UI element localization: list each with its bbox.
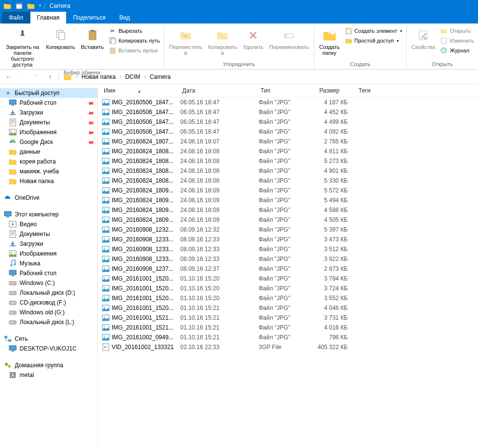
file-row[interactable]: IMG_20161001_1520...01.10.16 15:20Файл "… <box>98 293 478 303</box>
properties-button[interactable]: Свойства <box>409 26 437 51</box>
history-button[interactable]: Журнал <box>439 46 475 55</box>
nav-item[interactable]: Документы <box>0 229 97 239</box>
edit-button[interactable]: Изменить <box>439 36 475 45</box>
rename-button[interactable]: Переименовать <box>267 26 311 51</box>
newitem-button[interactable]: Создать элемент▾ <box>344 26 404 35</box>
cut-button[interactable]: ✂Вырезать <box>108 26 161 35</box>
nav-item[interactable]: Музыка <box>0 259 97 268</box>
nav-quick-label: Быстрый доступ <box>15 90 59 96</box>
image-file-icon <box>102 255 110 263</box>
chevron-right-icon[interactable]: › <box>144 74 145 79</box>
copyto-button[interactable]: Копировать в <box>206 26 239 57</box>
file-type: Файл "JPG" <box>259 109 317 116</box>
col-size[interactable]: Размер <box>317 86 357 95</box>
back-button[interactable]: ← <box>4 72 14 82</box>
file-row[interactable]: IMG_20160506_1847...06.05.16 18:47Файл "… <box>98 117 478 127</box>
file-row[interactable]: IMG_20160824_1809...24.08.16 18:09Файл "… <box>98 205 478 215</box>
file-row[interactable]: IMG_20160824_1808...24.08.16 18:08Файл "… <box>98 176 478 186</box>
file-row[interactable]: IMG_20160824_1808...24.08.16 18:08Файл "… <box>98 146 478 156</box>
chevron-right-icon[interactable]: › <box>76 74 77 79</box>
tab-share[interactable]: Поделиться <box>66 12 112 24</box>
file-row[interactable]: IMG_20160908_1237...08.09.16 12:37Файл "… <box>98 264 478 274</box>
nav-item[interactable]: Локальный диск (D:) <box>0 288 97 298</box>
nav-network[interactable]: Сеть <box>0 334 97 344</box>
nav-item[interactable]: DESKTOP-VUKOJ1C <box>0 344 97 354</box>
paste-button[interactable]: Вставить <box>79 26 106 51</box>
file-row[interactable]: IMG_20161001_1520...01.10.16 15:20Файл "… <box>98 283 478 293</box>
nav-item[interactable]: Ametal <box>0 370 97 380</box>
nav-item[interactable]: Новая папка <box>0 176 97 186</box>
file-row[interactable]: IMG_20161002_0949...01.10.16 15:21Файл "… <box>98 332 478 342</box>
file-row[interactable]: VID_20161002_13332102.10.16 22:333GP Fil… <box>98 342 478 352</box>
file-row[interactable]: IMG_20161001_1520...01.10.16 15:20Файл "… <box>98 274 478 283</box>
file-row[interactable]: IMG_20160908_1233...08.09.16 12:33Файл "… <box>98 235 478 244</box>
easyaccess-button[interactable]: Простой доступ▾ <box>344 36 404 45</box>
forward-button[interactable]: → <box>18 72 27 82</box>
new-folder-qat-icon[interactable] <box>25 1 36 10</box>
file-row[interactable]: IMG_20160824_1809...24.08.16 18:09Файл "… <box>98 186 478 195</box>
file-row[interactable]: IMG_20160908_1233...08.09.16 12:33Файл "… <box>98 244 478 254</box>
tab-home[interactable]: Главная <box>30 12 67 24</box>
nav-item[interactable]: Документы📌 <box>0 118 97 127</box>
crumb-2[interactable]: Camera <box>150 73 171 80</box>
copy-button[interactable]: Копировать <box>44 26 77 51</box>
col-name[interactable]: Имя▲ <box>102 86 180 95</box>
file-row[interactable]: IMG_20160824_1809...24.08.16 18:09Файл "… <box>98 195 478 205</box>
moveto-button[interactable]: Переместить в <box>167 26 204 57</box>
file-row[interactable]: IMG_20160824_1807...24.08.16 18:07Файл "… <box>98 137 478 146</box>
qat-dropdown-icon[interactable]: ▼ <box>38 3 42 8</box>
nav-item[interactable]: Windows (C:) <box>0 278 97 288</box>
nav-item[interactable]: CD-дисковод (F:) <box>0 298 97 307</box>
nav-item[interactable]: Windows old (G:) <box>0 307 97 317</box>
nav-onedrive[interactable]: OneDrive <box>0 193 97 203</box>
file-row[interactable]: IMG_20161001_1520...01.10.16 15:21Файл "… <box>98 303 478 313</box>
nav-item[interactable]: Рабочий стол <box>0 268 97 278</box>
folder-icon[interactable] <box>2 1 13 10</box>
properties-qat-icon[interactable] <box>14 1 24 10</box>
nav-item[interactable]: макияж. учеба <box>0 166 97 176</box>
pastelink-button[interactable]: Вставить ярлык <box>108 46 161 55</box>
nav-homegroup[interactable]: Домашняя группа <box>0 360 97 370</box>
file-row[interactable]: IMG_20160506_1847...06.05.16 18:47Файл "… <box>98 107 478 117</box>
file-size: 4 588 КБ <box>317 207 357 213</box>
col-date[interactable]: Дата <box>180 86 259 95</box>
file-row[interactable]: IMG_20160908_1232...08.09.16 12:32Файл "… <box>98 225 478 235</box>
file-row[interactable]: IMG_20161001_1521...01.10.16 15:21Файл "… <box>98 323 478 332</box>
nav-item[interactable]: корея работа <box>0 157 97 166</box>
col-tags[interactable]: Теги <box>357 86 386 95</box>
nav-item[interactable]: Изображения <box>0 249 97 259</box>
crumb-1[interactable]: DCIM <box>125 73 141 80</box>
folder-icon[interactable] <box>63 72 72 81</box>
file-row[interactable]: IMG_20160824_1809...24.08.16 18:09Файл "… <box>98 215 478 225</box>
newfolder-button[interactable]: Создать папку <box>317 26 342 57</box>
col-type[interactable]: Тип <box>259 86 317 95</box>
pin-button[interactable]: Закрепить на панели быстрого доступа <box>3 26 42 69</box>
nav-thispc[interactable]: Этот компьютер <box>0 210 97 219</box>
up-button[interactable]: ↑ <box>45 72 55 82</box>
file-row[interactable]: IMG_20160908_1233...08.09.16 12:33Файл "… <box>98 254 478 264</box>
nav-item[interactable]: Рабочий стол📌 <box>0 98 97 108</box>
file-row[interactable]: IMG_20160506_1847...06.05.16 18:47Файл "… <box>98 97 478 107</box>
nav-item[interactable]: Видео <box>0 219 97 229</box>
file-row[interactable]: IMG_20161001_1521...01.10.16 15:21Файл "… <box>98 313 478 323</box>
nav-item[interactable]: Google Диск📌 <box>0 137 97 147</box>
nav-item[interactable]: Загрузки📌 <box>0 108 97 118</box>
pc-icon <box>9 345 17 353</box>
file-row[interactable]: IMG_20160506_1847...06.05.16 18:47Файл "… <box>98 127 478 137</box>
nav-quick-access[interactable]: ★ Быстрый доступ <box>0 88 97 98</box>
nav-item[interactable]: данные <box>0 147 97 157</box>
tab-view[interactable]: Вид <box>112 12 137 24</box>
chevron-right-icon[interactable]: › <box>120 74 121 79</box>
file-type: Файл "JPG" <box>259 99 317 106</box>
crumb-0[interactable]: Новая папка <box>81 73 116 80</box>
file-row[interactable]: IMG_20160824_1808...24.08.16 18:08Файл "… <box>98 166 478 176</box>
nav-item[interactable]: Изображения📌 <box>0 127 97 137</box>
open-button[interactable]: Открыть <box>439 26 475 35</box>
tab-file[interactable]: Файл <box>2 12 30 24</box>
file-row[interactable]: IMG_20160824_1808...24.08.16 18:08Файл "… <box>98 156 478 166</box>
recent-dropdown[interactable]: ˅ <box>31 72 41 82</box>
delete-button[interactable]: Удалить <box>241 26 265 51</box>
copypath-button[interactable]: Копировать путь <box>108 36 161 45</box>
nav-item[interactable]: Загрузки <box>0 239 97 249</box>
nav-item[interactable]: Локальный диск (L:) <box>0 317 97 327</box>
